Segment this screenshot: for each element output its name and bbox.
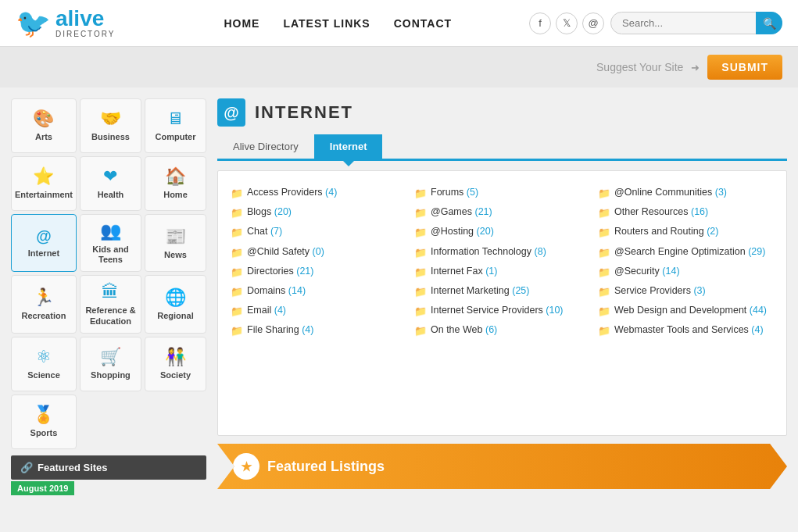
featured-listings-icon: ★ <box>233 453 259 480</box>
internet-label: Internet <box>28 248 59 259</box>
list-item: 📁 Internet Fax (1) <box>414 262 590 282</box>
reference-label: Reference & Education <box>84 305 138 326</box>
link-count: (1) <box>485 266 497 277</box>
search-button[interactable]: 🔍 <box>756 12 782 34</box>
list-item: 📁 @Online Communities (3) <box>598 184 774 203</box>
main-layout: 🎨 Arts 🤝 Business 🖥 Computer ⭐ Entertain… <box>0 87 798 506</box>
reference-icon: 🏛 <box>102 282 119 302</box>
link-name[interactable]: Email <box>247 305 271 316</box>
society-icon: 👫 <box>165 347 186 367</box>
sidebar-item-arts[interactable]: 🎨 Arts <box>11 98 77 153</box>
sidebar-item-entertainment[interactable]: ⭐ Entertainment <box>11 156 77 211</box>
list-item: 📁 Webmaster Tools and Services (4) <box>598 321 774 341</box>
news-label: News <box>164 250 187 260</box>
link-name[interactable]: Access Providers <box>247 187 323 198</box>
business-label: Business <box>91 132 130 142</box>
sidebar-item-home[interactable]: 🏠 Home <box>145 156 206 211</box>
suggest-arrow-icon: ➜ <box>691 62 700 73</box>
folder-icon: 📁 <box>598 266 610 280</box>
list-item: 📁 Chat (7) <box>231 223 406 242</box>
list-item: 📁 Routers and Routing (2) <box>598 223 774 242</box>
sidebar-item-science[interactable]: ⚛ Science <box>11 337 77 391</box>
search-wrap: 🔍 <box>610 12 782 34</box>
featured-sites-header: 🔗 Featured Sites <box>11 455 206 480</box>
link-count: (6) <box>485 324 497 335</box>
link-name[interactable]: File Sharing <box>247 324 299 335</box>
kids-icon: 👥 <box>100 221 121 241</box>
link-name[interactable]: Routers and Routing <box>614 226 704 237</box>
link-name[interactable]: Information Technology <box>431 246 531 257</box>
sidebar-item-health[interactable]: ❤ Health <box>80 156 141 211</box>
folder-icon: 📁 <box>231 324 243 338</box>
science-icon: ⚛ <box>36 347 52 367</box>
link-name[interactable]: Domains <box>247 285 285 296</box>
link-name[interactable]: Web Design and Development <box>614 305 746 316</box>
featured-sites-label: Featured Sites <box>38 462 108 473</box>
link-name[interactable]: Other Resources <box>614 206 688 217</box>
link-name[interactable]: Internet Fax <box>431 266 483 277</box>
link-count: (20) <box>274 206 292 217</box>
sidebar-item-sports[interactable]: 🏅 Sports <box>11 395 77 449</box>
twitter-icon[interactable]: 𝕏 <box>556 12 578 34</box>
arts-label: Arts <box>35 132 52 142</box>
logo-directory: DIRECTORY <box>55 30 116 38</box>
logo-alive: alive <box>55 8 116 30</box>
link-name[interactable]: Internet Service Providers <box>431 305 543 316</box>
entertainment-label: Entertainment <box>15 190 73 200</box>
folder-icon: 📁 <box>414 206 427 220</box>
sidebar-item-computer[interactable]: 🖥 Computer <box>145 98 206 153</box>
submit-button[interactable]: SUBMIT <box>707 55 782 80</box>
email-icon[interactable]: @ <box>582 12 604 34</box>
nav-latest-links[interactable]: LATEST LINKS <box>283 17 370 30</box>
featured-listings-bar: ★ Featured Listings <box>217 444 787 489</box>
sidebar-item-shopping[interactable]: 🛒 Shopping <box>80 337 141 391</box>
link-count: (2) <box>707 226 718 237</box>
header-right: f 𝕏 @ 🔍 <box>529 12 782 34</box>
link-name[interactable]: @Hosting <box>431 226 474 237</box>
link-count: (16) <box>691 206 708 217</box>
sidebar-item-business[interactable]: 🤝 Business <box>80 98 141 153</box>
nav-home[interactable]: HOME <box>224 17 259 30</box>
link-name[interactable]: Internet Marketing <box>431 285 510 296</box>
folder-icon: 📁 <box>414 226 427 240</box>
featured-listings-label: Featured Listings <box>267 459 385 475</box>
logo-bird-icon: 🐦 <box>16 9 51 37</box>
sidebar-item-kids-and-teens[interactable]: 👥 Kids and Teens <box>80 214 141 272</box>
social-icons: f 𝕏 @ <box>529 12 604 34</box>
header: 🐦 alive DIRECTORY HOME LATEST LINKS CONT… <box>0 0 798 47</box>
link-name[interactable]: Forums <box>431 187 463 198</box>
shopping-label: Shopping <box>91 370 131 380</box>
sidebar-item-recreation[interactable]: 🏃 Recreation <box>11 275 77 333</box>
facebook-icon[interactable]: f <box>529 12 551 34</box>
sidebar-item-society[interactable]: 👫 Society <box>145 337 206 391</box>
link-name[interactable]: Directories <box>247 266 294 277</box>
breadcrumb-internet[interactable]: Internet <box>314 134 383 159</box>
sidebar-item-regional[interactable]: 🌐 Regional <box>145 275 206 333</box>
link-count: (44) <box>750 305 767 316</box>
folder-icon: 📁 <box>598 226 610 240</box>
link-name[interactable]: @Security <box>614 266 660 277</box>
link-name[interactable]: On the Web <box>431 324 482 335</box>
content-area: @ INTERNET Alive Directory Internet 📁 Ac… <box>217 98 787 495</box>
list-item: 📁 Internet Marketing (25) <box>414 282 590 302</box>
folder-icon: 📁 <box>414 246 427 260</box>
link-name[interactable]: @Online Communities <box>614 187 712 198</box>
sidebar-item-news[interactable]: 📰 News <box>145 214 206 272</box>
link-name[interactable]: @Games <box>431 206 472 217</box>
main-nav: HOME LATEST LINKS CONTACT <box>147 17 529 30</box>
sidebar-item-internet[interactable]: @ Internet <box>11 214 77 272</box>
breadcrumb-alive-directory[interactable]: Alive Directory <box>217 134 314 159</box>
link-name[interactable]: Service Providers <box>614 285 691 296</box>
sidebar-item-reference-education[interactable]: 🏛 Reference & Education <box>80 275 141 333</box>
link-name[interactable]: Webmaster Tools and Services <box>614 324 749 335</box>
nav-contact[interactable]: CONTACT <box>394 17 452 30</box>
link-count: (0) <box>313 246 324 257</box>
list-item: 📁 Email (4) <box>231 302 406 321</box>
link-name[interactable]: @Child Safety <box>247 246 310 257</box>
link-name[interactable]: Chat <box>247 226 267 237</box>
link-name[interactable]: @Search Engine Optimization <box>614 246 746 257</box>
link-name[interactable]: Blogs <box>247 206 271 217</box>
list-item: 📁 Other Resources (16) <box>598 203 774 223</box>
shopping-icon: 🛒 <box>100 347 121 367</box>
entertainment-icon: ⭐ <box>33 166 54 187</box>
